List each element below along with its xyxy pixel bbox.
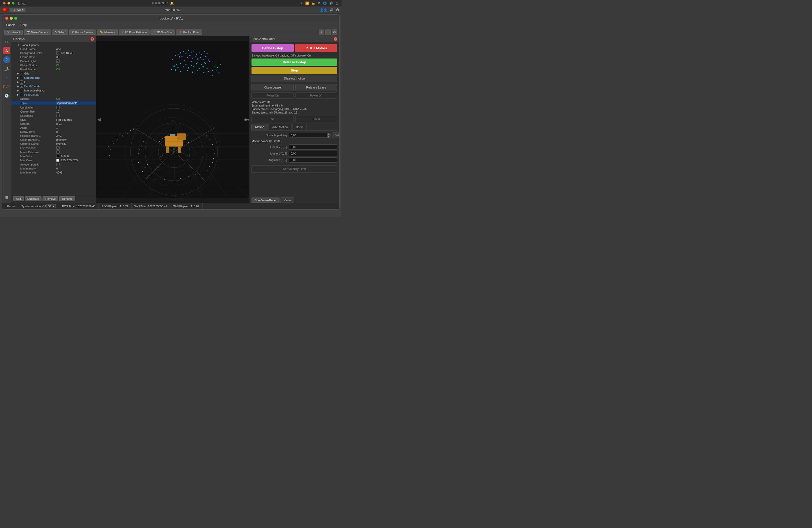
tree-item-alpha[interactable]: Alpha 1 (11, 126, 96, 130)
duplicate-btn[interactable]: Duplicate (25, 196, 42, 201)
set-velocity-limit-btn[interactable]: Set Velocity Limit (251, 165, 337, 173)
bottom-tab-views[interactable]: Views (280, 197, 294, 203)
linear-x-input[interactable] (289, 145, 337, 149)
tree-item-pointcloud-status[interactable]: Status: Ok (11, 97, 96, 101)
interact-btn[interactable]: 🖱 Interact (4, 30, 23, 35)
stand-btn[interactable]: Stand (295, 116, 337, 122)
robotmodel-checkbox[interactable] (20, 76, 23, 79)
gentle-estop-btn[interactable]: Gentle E-stop (251, 44, 294, 52)
maximize-btn[interactable] (12, 2, 14, 4)
rviz-taskbar-item[interactable]: RV² rviz ▾ (10, 8, 26, 12)
obstacle-padding-input[interactable] (289, 133, 327, 138)
add-btn[interactable]: Add (13, 196, 24, 201)
app-minimize-btn[interactable] (10, 17, 13, 20)
obstacle-padding-down[interactable]: ▼ (327, 135, 331, 138)
tree-item-selectable[interactable]: Selectable (11, 114, 96, 118)
kill-motors-btn[interactable]: ⚠ Kill Motors (295, 44, 337, 52)
interactivemark-checkbox[interactable] (20, 89, 23, 92)
tree-item-color-transform[interactable]: Color Transfor... Intensity (11, 138, 96, 142)
tree-item-min-color[interactable]: Min Color 0; 0; 0 (11, 154, 96, 158)
tree-item-max-color[interactable]: Max Color 255; 255; 255 (11, 158, 96, 162)
tree-item-default-light[interactable]: Default Light (11, 59, 96, 63)
autocompute-checkbox[interactable] (56, 163, 59, 166)
f-checkbox[interactable] (20, 80, 23, 84)
resize-handle[interactable]: ⟺ (244, 117, 249, 122)
sidebar-help-icon[interactable]: ? (3, 56, 10, 63)
tree-item-fixed-frame[interactable]: Fixed Frame gpe (11, 47, 96, 51)
nav-goal-btn[interactable]: ↗ 2D Nav Goal (150, 29, 175, 35)
sidebar-a-icon[interactable]: A (3, 47, 10, 54)
displays-panel-close[interactable]: ✕ (90, 37, 94, 41)
tree-item-invert-rainbow[interactable]: Invert Rainbow (11, 150, 96, 154)
tree-item-size[interactable]: Size (m) 0,01 (11, 122, 96, 126)
pause-btn[interactable]: Pause (4, 203, 18, 209)
remove-btn[interactable]: Remove (43, 196, 58, 201)
claim-lease-btn[interactable]: Claim Lease (251, 84, 294, 91)
release-lease-btn[interactable]: Release Lease (295, 84, 337, 91)
obstacle-set-btn[interactable]: Set (332, 132, 339, 138)
tree-item-max-intensity[interactable]: Max Intensity 4096 (11, 171, 96, 175)
release-estop-btn[interactable]: Release E-stop (251, 59, 337, 66)
tree-item-grid[interactable]: ▶ Grid (11, 71, 96, 75)
pointcloud2-checkbox[interactable] (20, 93, 23, 96)
viewport[interactable]: ◀ ▶ ⟺ (96, 36, 249, 203)
sidebar-displays-icon[interactable]: □ (3, 38, 10, 45)
tree-item-pointcloud2[interactable]: ▶ PointCloud2 (11, 92, 96, 97)
camera-settings-btn[interactable]: ⚙ (332, 29, 337, 35)
menu-help[interactable]: Help (18, 23, 29, 27)
sit-btn[interactable]: Sit (251, 116, 294, 122)
minimize-btn[interactable] (8, 2, 10, 4)
publish-point-btn[interactable]: 📍 Publish Point (176, 29, 202, 35)
angular-z-input[interactable] (289, 158, 337, 162)
tree-item-global-options[interactable]: ▼ Global Options (11, 43, 96, 47)
app-maximize-btn[interactable] (14, 17, 17, 20)
tab-adv-motion[interactable]: Adv. Motion (269, 124, 291, 130)
bottom-tab-spot[interactable]: SpotControlPanel (251, 197, 279, 203)
grid-checkbox[interactable] (20, 72, 23, 75)
tree-item-topic[interactable]: Topic /spot/lidar/points (11, 101, 96, 105)
sidebar-terminal-icon[interactable]: _$ (3, 65, 10, 72)
tree-item-min-intensity[interactable]: Min Intensity 0 (11, 166, 96, 171)
tree-item-frame-rate[interactable]: Frame Rate 30 (11, 55, 96, 59)
power-off-btn[interactable]: Power Off (295, 92, 337, 99)
tree-item-channel-name[interactable]: Channel Name intensity (11, 142, 96, 146)
tree-item-fixed-frame-ok[interactable]: Fixed Frame OK (11, 67, 96, 71)
tree-item-bg-color[interactable]: Background Color 48; 48; 48 (11, 51, 96, 55)
default-light-checkbox[interactable] (56, 59, 59, 63)
app-close-btn[interactable] (5, 17, 8, 20)
sidebar-dvd-icon[interactable]: 💿 (3, 92, 10, 99)
obstacle-padding-up[interactable]: ▲ (327, 133, 331, 135)
tree-item-unreliable[interactable]: Unreliable (11, 105, 96, 109)
use-rainbow-checkbox[interactable] (56, 146, 59, 149)
measure-btn[interactable]: 📏 Measure (97, 29, 118, 35)
power-on-btn[interactable]: Power On (251, 92, 294, 99)
tree-item-depthclouds[interactable]: ▶ DepthClouds (11, 84, 96, 88)
tree-item-pos-transform[interactable]: Position Transf... XYZ (11, 134, 96, 138)
zoom-out-btn[interactable]: − (325, 29, 331, 35)
linear-y-input[interactable] (289, 151, 337, 156)
tab-motion[interactable]: Motion (251, 124, 268, 130)
tree-item-interactivemark[interactable]: ▶ InteractiveMark... (11, 88, 96, 92)
depthclouds-checkbox[interactable] (20, 85, 23, 88)
close-btn[interactable] (3, 2, 5, 4)
sidebar-vscode-icon[interactable]: ⌥ (3, 74, 10, 81)
sidebar-rviz-icon[interactable]: RViz (3, 83, 10, 90)
sync-select[interactable]: Off (46, 204, 56, 208)
rename-btn[interactable]: Rename (59, 196, 75, 201)
zoom-in-btn[interactable]: + (319, 29, 324, 35)
tree-item-decay-time[interactable]: Decay Time 0 (11, 130, 96, 134)
spot-panel-close[interactable]: ✕ (334, 37, 337, 41)
tree-item-robotmodel[interactable]: ▶ RobotModel (11, 75, 96, 80)
tree-item-use-rainbow[interactable]: Use rainbow (11, 146, 96, 150)
select-btn[interactable]: ↖ Select (52, 29, 69, 35)
tree-item-style[interactable]: Style Flat Squares (11, 118, 96, 122)
menu-panels[interactable]: Panels (4, 23, 17, 27)
viewport-arrow-left[interactable]: ◀ (97, 117, 101, 122)
pose-estimate-btn[interactable]: ↗ 2D Pose Estimate (119, 29, 149, 35)
tree-item-f[interactable]: ▶ F (11, 80, 96, 84)
tree-item-global-status[interactable]: Global Status: Ok (11, 63, 96, 67)
focus-camera-btn[interactable]: ⊕ Focus Camera (69, 29, 96, 35)
tree-item-queue-size[interactable]: Queue Size 10 (11, 109, 96, 114)
move-camera-btn[interactable]: 📷 Move Camera (24, 29, 51, 35)
tab-body[interactable]: Body (292, 124, 306, 130)
